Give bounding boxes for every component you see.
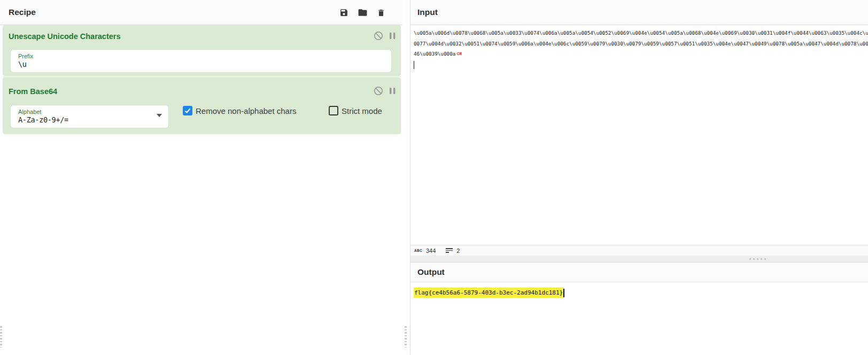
line-count-icon xyxy=(446,248,453,253)
operation-from-base64[interactable]: From Base64 Alphabet A-Za-z0-9+/= Remov xyxy=(3,78,401,134)
input-text[interactable]: \u005a\u006d\u0078\u0068\u005a\u0033\u00… xyxy=(414,28,868,71)
prefix-value[interactable]: \u xyxy=(18,60,27,68)
breakpoint-pause-icon[interactable] xyxy=(390,87,396,95)
output-title: Output xyxy=(417,267,445,277)
remove-non-alphabet-checkbox[interactable] xyxy=(183,106,192,115)
input-header: Input xyxy=(410,0,868,25)
alphabet-value[interactable]: A-Za-z0-9+/= xyxy=(18,115,68,124)
alphabet-select[interactable]: Alphabet A-Za-z0-9+/= xyxy=(11,105,168,128)
cyberchef-app: Recipe Unescape Unicode Characters xyxy=(0,0,868,355)
control-char-cr-badge: CR xyxy=(456,49,462,59)
input-status-bar: ABC 344 2 xyxy=(410,245,868,256)
strict-mode-label[interactable]: Strict mode xyxy=(342,106,382,115)
line-count: 2 xyxy=(456,248,460,254)
input-title: Input xyxy=(417,7,438,17)
alphabet-label: Alphabet xyxy=(18,109,41,115)
save-recipe-button[interactable] xyxy=(338,7,349,18)
io-column: Input \u005a\u006d\u0078\u0068\u005a\u00… xyxy=(410,0,868,355)
recipe-io-splitter-handle[interactable] xyxy=(405,326,407,348)
trash-icon xyxy=(377,9,385,17)
operations-splitter-handle[interactable] xyxy=(0,326,2,348)
recipe-title: Recipe xyxy=(9,7,36,17)
recipe-pane: Recipe Unescape Unicode Characters xyxy=(0,0,402,355)
output-text[interactable]: flag{ce4b56a6-5879-403d-b3ec-2ad94b1dc18… xyxy=(414,288,563,298)
remove-non-alphabet-label[interactable]: Remove non-alphabet chars xyxy=(196,106,296,115)
input-textarea[interactable]: \u005a\u006d\u0078\u0068\u005a\u0033\u00… xyxy=(410,25,868,245)
clear-recipe-button[interactable] xyxy=(376,7,386,18)
load-recipe-button[interactable] xyxy=(357,7,368,18)
input-output-splitter-handle[interactable] xyxy=(749,258,766,260)
strict-mode-checkbox[interactable] xyxy=(329,106,338,115)
output-header: Output xyxy=(410,262,868,282)
disable-operation-icon[interactable] xyxy=(374,31,383,41)
input-output-splitter[interactable] xyxy=(410,256,868,262)
input-cursor xyxy=(414,61,414,69)
char-count-icon: ABC xyxy=(414,248,422,253)
disable-operation-icon[interactable] xyxy=(374,86,383,96)
recipe-io-splitter[interactable] xyxy=(402,0,410,355)
check-icon xyxy=(184,107,191,114)
prefix-label: Prefix xyxy=(18,53,33,59)
char-count: 344 xyxy=(426,248,436,254)
recipe-toolbar xyxy=(338,0,402,25)
dropdown-caret-icon[interactable] xyxy=(157,114,162,117)
operation-title: From Base64 xyxy=(9,87,57,96)
operation-unescape-unicode[interactable]: Unescape Unicode Characters Prefix \u xyxy=(3,25,401,76)
prefix-input[interactable]: Prefix \u xyxy=(11,50,391,72)
output-textarea[interactable]: flag{ce4b56a6-5879-403d-b3ec-2ad94b1dc18… xyxy=(410,282,868,355)
output-cursor xyxy=(563,289,564,297)
operation-title: Unescape Unicode Characters xyxy=(9,32,121,41)
breakpoint-pause-icon[interactable] xyxy=(390,32,396,40)
save-icon xyxy=(339,8,348,17)
folder-icon xyxy=(358,7,368,18)
